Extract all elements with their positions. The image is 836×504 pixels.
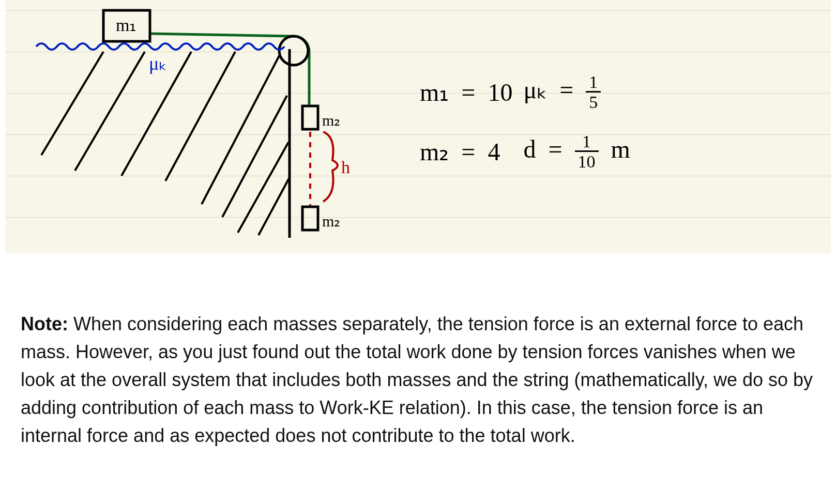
label-h: h [341, 158, 350, 177]
sym-muk: μₖ [523, 76, 547, 103]
svg-rect-11 [302, 106, 318, 129]
given-values: m₁ = 10 μₖ = 15 m₂ = 4 d = 110 m [419, 67, 641, 187]
pulley-diagram: m₁ μₖ m₂ h m₂ [5, 0, 377, 253]
sym-d: d [523, 135, 536, 163]
explanatory-note: Note: When considering each masses separ… [21, 310, 817, 450]
label-m2-lower: m₂ [322, 212, 340, 230]
label-m2-upper: m₂ [322, 112, 340, 129]
label-m1: m₁ [116, 16, 136, 35]
note-lead: Note: [21, 313, 68, 334]
label-muk: μₖ [149, 53, 166, 74]
sym-m2: m₂ [420, 138, 449, 165]
sym-m1: m₁ [420, 79, 449, 106]
lined-sketch-area: m₁ μₖ m₂ h m₂ m₁ = 10 μₖ = 15 [5, 0, 831, 253]
svg-line-8 [238, 142, 288, 233]
svg-rect-13 [302, 207, 318, 230]
svg-point-0 [279, 36, 308, 65]
note-body: When considering each masses separately,… [21, 313, 813, 446]
